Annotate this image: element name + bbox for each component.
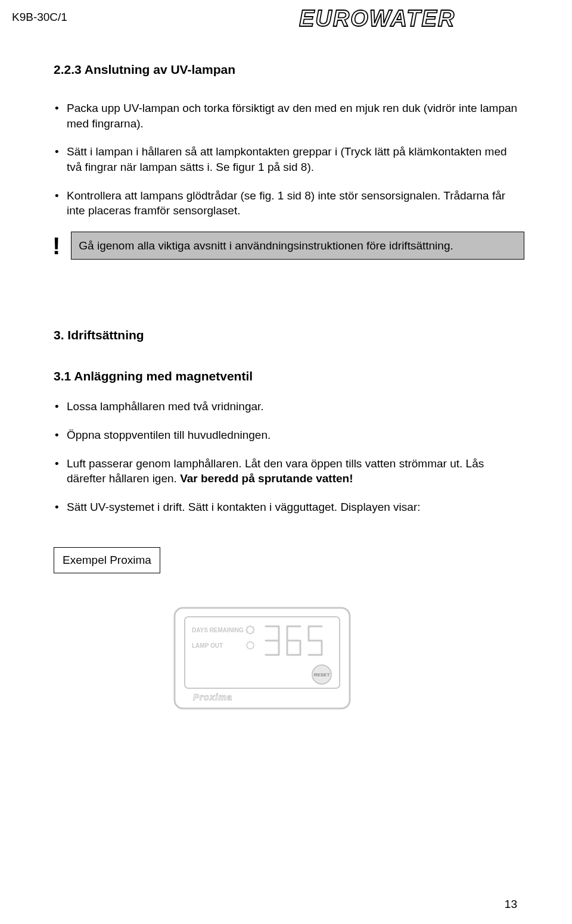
bullet-223-1: Packa upp UV-lampan och torka försiktigt… [54,101,524,131]
device-panel: DAYS REMAINING LAMP OUT [173,606,524,713]
bullet-31-3: Luft passerar genom lamphållaren. Låt de… [54,456,524,486]
section-223-title: 2.2.3 Anslutning av UV-lampan [54,63,524,77]
bullet-223-3: Kontrollera att lampans glödtrådar (se f… [54,188,524,218]
example-label-box: Exempel Proxima [54,547,160,573]
svg-text:Proxima: Proxima [193,692,232,702]
svg-text:RESET: RESET [314,672,330,678]
bullet-31-3-bold: Var beredd på sprutande vatten! [180,472,353,485]
bullet-31-2: Öppna stoppventilen till huvudledningen. [54,427,524,443]
section-3-title: 3. Idriftsättning [54,328,524,342]
bullet-223-2: Sätt i lampan i hållaren så att lampkont… [54,144,524,174]
doc-id: K9B-30C/1 [12,11,67,24]
svg-text:DAYS REMAINING: DAYS REMAINING [192,627,244,633]
brand-logo: EUROWATER [299,6,555,35]
page-number: 13 [505,898,517,911]
section-31-title: 3.1 Anläggning med magnetventil [54,369,524,383]
bullet-31-4: Sätt UV-systemet i drift. Sätt i kontakt… [54,500,524,515]
warning-icon: ! [52,234,60,258]
callout-box: Gå igenom alla viktiga avsnitt i användn… [71,232,524,260]
svg-text:EUROWATER: EUROWATER [299,6,455,31]
svg-text:LAMP OUT: LAMP OUT [192,642,223,649]
bullet-31-1: Lossa lamphållaren med två vridningar. [54,399,524,414]
